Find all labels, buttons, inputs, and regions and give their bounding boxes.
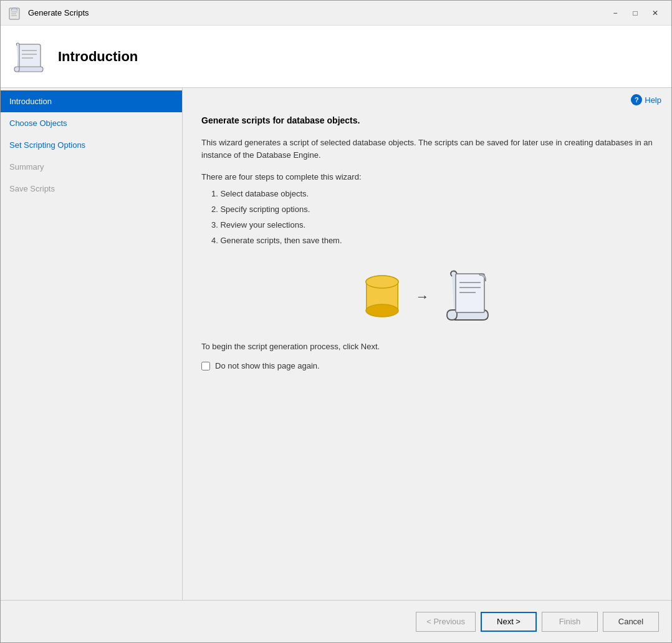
begin-text: To begin the script generation process, … (201, 342, 653, 351)
sidebar-item-summary: Summary (1, 156, 182, 178)
illustration: → (201, 270, 653, 323)
svg-rect-10 (366, 282, 367, 311)
sidebar-item-choose-objects[interactable]: Choose Objects (1, 112, 182, 134)
title-bar: Generate Scripts − □ ✕ (1, 1, 671, 26)
svg-point-12 (366, 304, 398, 317)
svg-rect-11 (397, 282, 398, 311)
intro-steps-heading: There are four steps to complete this wi… (201, 172, 653, 181)
help-bar: ? Help (183, 88, 671, 109)
intro-step-1: 1. Select database objects. (201, 189, 653, 198)
intro-paragraph1: This wizard generates a script of select… (201, 137, 653, 161)
dont-show-checkbox[interactable] (201, 362, 210, 370)
sidebar-item-save-scripts: Save Scripts (1, 178, 182, 200)
intro-step-3: 3. Review your selections. (201, 220, 653, 230)
sidebar: Introduction Choose Objects Set Scriptin… (1, 88, 183, 600)
dont-show-label[interactable]: Do not show this page again. (215, 361, 320, 370)
sidebar-item-introduction[interactable]: Introduction (1, 90, 182, 112)
checkbox-row: Do not show this page again. (201, 361, 653, 370)
scroll-icon (444, 270, 491, 323)
minimize-button[interactable]: − (607, 6, 624, 20)
main-window: Generate Scripts − □ ✕ Introduction Intr… (0, 0, 672, 643)
header: Introduction (1, 26, 671, 88)
content-area: ? Help Generate scripts for database obj… (183, 88, 671, 600)
header-title: Introduction (58, 49, 138, 65)
next-button[interactable]: Next > (481, 612, 537, 632)
svg-point-13 (366, 276, 398, 288)
app-icon (8, 6, 23, 21)
help-link[interactable]: ? Help (631, 94, 661, 105)
intro-heading: Generate scripts for database objects. (201, 115, 653, 125)
help-label: Help (645, 95, 661, 105)
close-button[interactable]: ✕ (646, 6, 664, 20)
database-icon (363, 273, 401, 320)
sidebar-item-set-scripting-options[interactable]: Set Scripting Options (1, 134, 182, 156)
content-body: Generate scripts for database objects. T… (183, 109, 671, 600)
arrow-icon: → (416, 289, 430, 305)
svg-rect-14 (456, 274, 484, 312)
window-title: Generate Scripts (28, 8, 607, 17)
intro-step-4: 4. Generate scripts, then save them. (201, 236, 653, 245)
header-icon (13, 39, 48, 74)
cancel-button[interactable]: Cancel (603, 612, 659, 632)
footer: < Previous Next > Finish Cancel (1, 600, 671, 642)
finish-button[interactable]: Finish (542, 612, 598, 632)
window-controls: − □ ✕ (607, 6, 664, 20)
maximize-button[interactable]: □ (626, 6, 644, 20)
previous-button[interactable]: < Previous (416, 612, 476, 632)
intro-step-2: 2. Specify scripting options. (201, 205, 653, 214)
main-area: Introduction Choose Objects Set Scriptin… (1, 88, 671, 600)
help-icon: ? (631, 94, 642, 105)
